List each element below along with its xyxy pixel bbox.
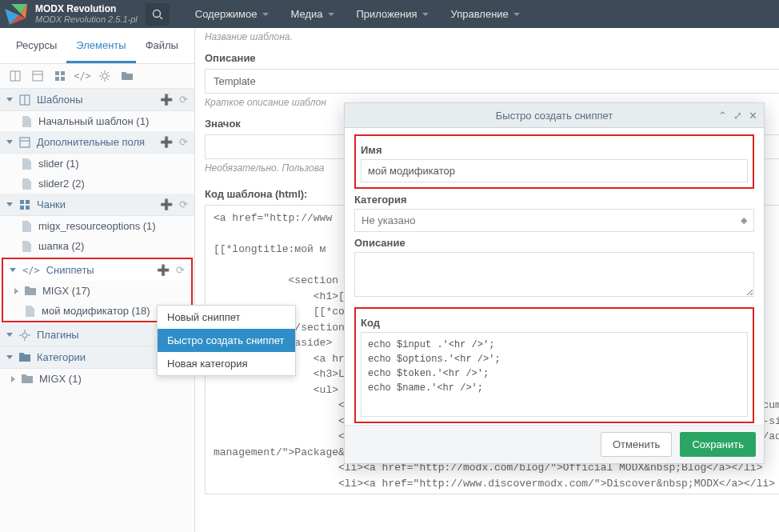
chevron-down-icon (10, 268, 16, 272)
menu-content[interactable]: Содержимое (184, 0, 280, 28)
svg-rect-10 (55, 71, 59, 75)
tree-header-label: Шаблоны (37, 94, 83, 106)
chevron-down-icon (6, 98, 13, 102)
chevron-down-icon (6, 140, 13, 144)
file-icon (21, 221, 32, 232)
menu-manage[interactable]: Управление (440, 0, 531, 28)
tree-item-label: мой модификатор (18) (42, 305, 150, 317)
chevron-down-icon (262, 13, 269, 16)
refresh-icon[interactable]: ⟳ (179, 94, 188, 106)
folder-icon (22, 374, 33, 385)
svg-point-31 (22, 333, 27, 338)
menu-media[interactable]: Медиа (280, 0, 346, 28)
chevron-down-icon (422, 13, 429, 16)
svg-rect-8 (33, 71, 42, 81)
modal-code-textarea[interactable]: echo $input .'<hr />'; echo $options.'<h… (361, 332, 748, 417)
tree-item-folder[interactable]: MIGX (17) (3, 281, 191, 301)
code-icon: </> (22, 265, 40, 276)
close-icon[interactable]: ✕ (749, 110, 757, 122)
select-toggle-icon: ◆ (741, 215, 747, 226)
svg-rect-30 (26, 206, 30, 210)
tree-item[interactable]: migx_resourceoptions (1) (0, 216, 194, 236)
refresh-icon[interactable]: ⟳ (176, 264, 185, 276)
modal-category-select[interactable]: Не указано ◆ (354, 209, 754, 232)
menu-content-label: Содержимое (195, 8, 258, 20)
tab-elements[interactable]: Элементы (66, 28, 135, 63)
modal-desc-textarea[interactable] (354, 252, 754, 297)
logo (0, 0, 32, 28)
add-icon[interactable]: ➕ (160, 94, 173, 106)
tree-item-label: MIGX (1) (39, 373, 82, 385)
tree-header-snippets[interactable]: </> Сниппеты ➕⟳ (3, 259, 191, 281)
tree-header-label: Дополнительные поля (37, 136, 145, 148)
tree-item[interactable]: slider2 (2) (0, 174, 194, 194)
description-input[interactable] (205, 69, 779, 94)
modal-category-value: Не указано (362, 214, 415, 226)
tool-plugins-icon[interactable] (98, 69, 112, 83)
refresh-icon[interactable]: ⟳ (179, 198, 188, 210)
menu-manage-label: Управление (451, 8, 509, 20)
cancel-button[interactable]: Отменить (601, 432, 672, 457)
add-icon[interactable]: ➕ (160, 198, 173, 210)
modal-name-input[interactable] (361, 159, 748, 182)
svg-line-22 (107, 72, 109, 74)
save-button[interactable]: Сохранить (680, 432, 756, 457)
fullscreen-icon[interactable]: ⤢ (733, 110, 742, 122)
brand-subtitle: MODX Revolution 2.5.1-pl (35, 14, 138, 24)
chevron-down-icon (6, 202, 13, 206)
menu-apps-label: Приложения (357, 8, 417, 20)
modal-title: Быстро создать сниппет (496, 110, 613, 122)
tree-header-templates[interactable]: Шаблоны ➕⟳ (0, 89, 194, 111)
tool-categories-icon[interactable] (120, 69, 134, 83)
context-item-new-category[interactable]: Новая категория (158, 352, 295, 375)
tree-header-label: Плагины (37, 329, 79, 341)
tree-header-label: Категории (37, 351, 86, 363)
tree-header-label: Сниппеты (46, 264, 94, 276)
tree-header-chunks[interactable]: Чанки ➕⟳ (0, 194, 194, 216)
tool-templates-icon[interactable] (8, 69, 22, 83)
svg-rect-29 (20, 206, 24, 210)
description-label: Описание (205, 52, 779, 64)
tab-files[interactable]: Файлы (136, 28, 188, 63)
svg-rect-12 (55, 77, 59, 81)
tree-item[interactable]: шапка (2) (0, 236, 194, 256)
tool-tv-icon[interactable] (30, 69, 45, 83)
svg-line-5 (160, 17, 162, 19)
tool-snippets-icon[interactable]: </> (75, 69, 90, 83)
menu-media-label: Медиа (291, 8, 323, 20)
refresh-icon[interactable]: ⟳ (179, 136, 188, 148)
quick-create-modal: Быстро создать сниппет ⌃ ⤢ ✕ Имя Категор… (344, 102, 765, 464)
file-icon (21, 116, 32, 127)
svg-line-19 (101, 72, 102, 74)
tab-resources[interactable]: Ресурсы (6, 28, 66, 63)
add-icon[interactable]: ➕ (157, 264, 170, 276)
collapse-icon[interactable]: ⌃ (718, 110, 727, 122)
menu-apps[interactable]: Приложения (346, 0, 440, 28)
svg-line-20 (107, 78, 109, 80)
svg-point-4 (153, 10, 160, 17)
context-item-new-snippet[interactable]: Новый сниппет (158, 306, 295, 329)
svg-rect-13 (61, 77, 65, 81)
chevron-down-icon (6, 355, 13, 359)
context-menu: Новый сниппет Быстро создать сниппет Нов… (157, 305, 296, 376)
title-hint: Название шаблона. (205, 31, 779, 42)
modal-name-label: Имя (361, 144, 748, 156)
context-item-quick-create[interactable]: Быстро создать сниппет (158, 329, 295, 352)
modal-code-label: Код (361, 317, 748, 329)
tree-item-label: slider2 (2) (38, 178, 85, 190)
add-icon[interactable]: ➕ (160, 136, 173, 148)
tree-item-label: MIGX (17) (42, 285, 90, 297)
tree-item-label: migx_resourceoptions (1) (38, 220, 156, 232)
modal-desc-label: Описание (354, 237, 754, 249)
chevron-down-icon (328, 13, 334, 16)
chevron-down-icon (6, 333, 13, 337)
svg-rect-25 (20, 138, 30, 147)
tool-chunks-icon[interactable] (53, 69, 67, 83)
svg-rect-27 (20, 200, 24, 204)
file-icon (21, 158, 32, 170)
tree-item[interactable]: Начальный шаблон (1) (0, 111, 194, 131)
tree-header-tvs[interactable]: Дополнительные поля ➕⟳ (0, 131, 194, 154)
file-icon (21, 178, 32, 190)
tree-item[interactable]: slider (1) (0, 154, 194, 174)
search-button[interactable] (146, 3, 170, 26)
